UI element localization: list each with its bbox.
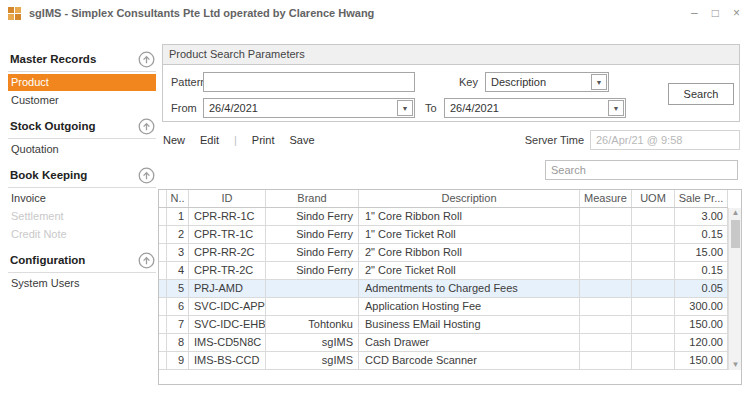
table-row[interactable]: 6 SVC-IDC-APPH Application Hosting Fee 3… <box>159 298 728 316</box>
collapse-up-arrow-icon[interactable] <box>138 167 155 184</box>
sidebar-item-customer[interactable]: Customer <box>8 92 156 109</box>
collapse-up-arrow-icon[interactable] <box>138 51 155 68</box>
key-value: Description <box>486 76 591 88</box>
maximize-button[interactable]: □ <box>712 7 719 19</box>
window-title: sgIMS - Simplex Consultants Pte Ltd oper… <box>29 7 374 19</box>
divider <box>8 272 156 273</box>
chevron-down-icon[interactable]: ▼ <box>608 100 624 116</box>
column-header-id[interactable]: ID <box>189 190 266 207</box>
to-label: To <box>425 102 437 114</box>
column-header-brand[interactable]: Brand <box>266 190 359 207</box>
column-header-uom[interactable]: UOM <box>632 190 675 207</box>
scroll-down-icon[interactable]: ▼ <box>729 360 742 370</box>
scrollbar-thumb[interactable] <box>731 220 740 248</box>
minimize-button[interactable]: – <box>691 7 698 19</box>
to-date-dropdown[interactable]: 26/4/2021 ▼ <box>444 98 626 118</box>
toolbar: New Edit | Print Save Server Time <box>163 130 740 150</box>
product-search-parameters-panel: Product Search Parameters Pattern Key De… <box>162 44 740 122</box>
sidebar-group-label: Configuration <box>8 254 85 266</box>
collapse-up-arrow-icon[interactable] <box>138 118 155 135</box>
collapse-up-arrow-icon[interactable] <box>138 252 155 269</box>
table-row[interactable]: 1 CPR-RR-1C Sindo Ferry 1" Core Ribbon R… <box>159 208 728 226</box>
close-button[interactable]: × <box>733 7 740 19</box>
toolbar-separator: | <box>234 134 237 146</box>
sidebar: Master Records Product Customer Stock Ou… <box>0 26 158 400</box>
panel-title: Product Search Parameters <box>163 45 739 65</box>
server-time-field <box>590 130 740 150</box>
column-header-description[interactable]: Description <box>359 190 580 207</box>
from-label: From <box>171 102 197 114</box>
table-row[interactable]: 3 CPR-RR-2C Sindo Ferry 2" Core Ribbon R… <box>159 244 728 262</box>
from-date-dropdown[interactable]: 26/4/2021 ▼ <box>203 98 415 118</box>
grid-search-input[interactable] <box>545 160 738 180</box>
pattern-label: Pattern <box>171 76 206 88</box>
divider <box>8 71 156 72</box>
save-button[interactable]: Save <box>289 134 314 146</box>
product-table: N.. ID Brand Description Measure UOM Sal… <box>158 189 742 385</box>
table-row-selected[interactable]: 5 PRJ-AMD Admentments to Charged Fees 0.… <box>159 280 728 298</box>
table-row[interactable]: 9 IMS-BS-CCD sgIMS CCD Barcode Scanner 1… <box>159 352 728 370</box>
column-header-n[interactable]: N.. <box>167 190 189 207</box>
table-row[interactable]: 7 SVC-IDC-EHB Tohtonku Business EMail Ho… <box>159 316 728 334</box>
sidebar-group-stock-outgoing[interactable]: Stock Outgoing <box>8 117 158 135</box>
sidebar-group-configuration[interactable]: Configuration <box>8 251 158 269</box>
from-date-value: 26/4/2021 <box>204 102 397 114</box>
vertical-scrollbar[interactable]: ▲ ▼ <box>728 208 741 370</box>
new-button[interactable]: New <box>163 134 185 146</box>
column-header-measure[interactable]: Measure <box>580 190 632 207</box>
sidebar-item-invoice[interactable]: Invoice <box>8 190 156 207</box>
column-header-sale-price[interactable]: Sale Pr... <box>675 190 728 207</box>
server-time-label: Server Time <box>525 134 584 146</box>
to-date-value: 26/4/2021 <box>445 102 608 114</box>
chevron-down-icon[interactable]: ▼ <box>591 74 607 90</box>
print-button[interactable]: Print <box>252 134 275 146</box>
sidebar-group-master-records[interactable]: Master Records <box>8 50 158 68</box>
sidebar-item-credit-note: Credit Note <box>8 226 156 243</box>
edit-button[interactable]: Edit <box>200 134 219 146</box>
sidebar-item-product[interactable]: Product <box>8 74 156 91</box>
app-grid-icon <box>8 7 21 20</box>
table-row[interactable]: 4 CPR-TR-2C Sindo Ferry 2" Core Ticket R… <box>159 262 728 280</box>
sidebar-group-book-keeping[interactable]: Book Keeping <box>8 166 158 184</box>
column-header-indicator <box>159 190 167 207</box>
divider <box>8 138 156 139</box>
scroll-up-icon[interactable]: ▲ <box>729 208 742 218</box>
table-header-row: N.. ID Brand Description Measure UOM Sal… <box>159 190 728 208</box>
search-button[interactable]: Search <box>668 83 734 105</box>
sidebar-group-label: Stock Outgoing <box>8 120 96 132</box>
sidebar-group-label: Master Records <box>8 53 96 65</box>
sidebar-group-label: Book Keeping <box>8 169 87 181</box>
sidebar-item-quotation[interactable]: Quotation <box>8 141 156 158</box>
title-bar: sgIMS - Simplex Consultants Pte Ltd oper… <box>0 0 750 26</box>
chevron-down-icon[interactable]: ▼ <box>397 100 413 116</box>
sidebar-item-system-users[interactable]: System Users <box>8 275 156 292</box>
pattern-input[interactable] <box>203 72 415 92</box>
divider <box>8 187 156 188</box>
table-row[interactable]: 2 CPR-TR-1C Sindo Ferry 1" Core Ticket R… <box>159 226 728 244</box>
key-dropdown[interactable]: Description ▼ <box>485 72 609 92</box>
table-row[interactable]: 8 IMS-CD5N8C sgIMS Cash Drawer 120.00 <box>159 334 728 352</box>
sidebar-item-settlement: Settlement <box>8 208 156 225</box>
key-label: Key <box>459 76 478 88</box>
